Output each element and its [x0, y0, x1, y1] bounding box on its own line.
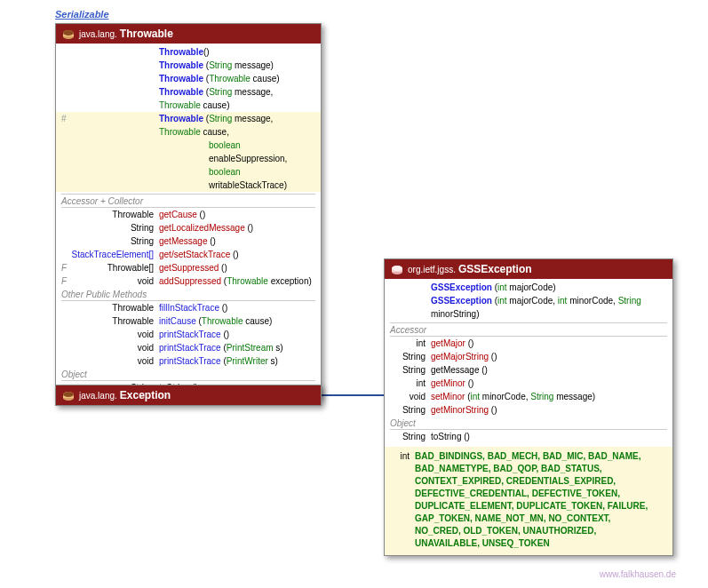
- class-box-throwable: java.lang. Throwable Throwable() Throwab…: [55, 23, 322, 399]
- constructor-row-cont: boolean writableStackTrace): [61, 165, 315, 192]
- method-row: ThrowablegetCause (): [61, 208, 315, 221]
- method-row: StringgetMessage (): [390, 363, 667, 377]
- method-row: ThrowableinitCause (Throwable cause): [61, 314, 315, 328]
- attribution-link[interactable]: www.falkhausen.de: [600, 569, 676, 579]
- method-row: voidprintStackTrace (): [61, 328, 315, 341]
- class-name: GSSException: [458, 263, 532, 275]
- class-name: Throwable: [120, 28, 173, 40]
- method-row: voidprintStackTrace (PrintWriter s): [61, 354, 315, 368]
- class-header: java.lang. Throwable: [56, 24, 321, 44]
- class-name: Exception: [120, 389, 171, 401]
- constructor-row: Throwable (String message, Throwable cau…: [61, 85, 315, 112]
- serializable-interface-link[interactable]: Serializable: [55, 9, 109, 20]
- class-icon: [61, 28, 76, 40]
- method-row: voidsetMinor (int minorCode, String mess…: [390, 390, 667, 403]
- class-body: GSSException (int majorCode) GSSExceptio…: [385, 279, 672, 555]
- method-row: StringgetMajorString (): [390, 350, 667, 363]
- constructor-row: Throwable (String message): [61, 59, 315, 72]
- method-row: intgetMajor (): [390, 337, 667, 350]
- class-box-exception: java.lang. Exception: [55, 385, 322, 406]
- constructor-row: Throwable (Throwable cause): [61, 72, 315, 85]
- method-row: StringgetLocalizedMessage (): [61, 221, 315, 234]
- class-icon: [390, 263, 404, 275]
- constructor-row: Throwable(): [61, 45, 315, 59]
- svg-point-3: [63, 392, 74, 397]
- method-row: ThrowablefillInStackTrace (): [61, 301, 315, 314]
- constructor-row: GSSException (int majorCode, int minorCo…: [390, 294, 667, 321]
- constructor-row-cont: boolean enableSuppression,: [61, 139, 315, 165]
- constructor-row-protected: #Throwable (String message, Throwable ca…: [61, 112, 315, 139]
- svg-point-1: [63, 30, 74, 36]
- method-row: StackTraceElement[]get/setStackTrace (): [61, 248, 315, 261]
- inheritance-connector: [322, 394, 384, 396]
- class-icon: [61, 389, 76, 401]
- section-label: Object: [390, 418, 667, 430]
- method-row: FvoidaddSuppressed (Throwable exception): [61, 274, 315, 288]
- constructor-row: GSSException (int majorCode): [390, 281, 667, 294]
- method-row: StringtoString (): [390, 430, 667, 443]
- section-label: Accessor + Collector: [61, 196, 315, 208]
- method-row: StringgetMessage (): [61, 234, 315, 248]
- class-header: java.lang. Exception: [56, 385, 321, 405]
- package-name: java.lang.: [79, 391, 117, 401]
- constants-block: intBAD_BINDINGS, BAD_MECH, BAD_MIC, BAD_…: [385, 447, 672, 555]
- section-label: Other Public Methods: [61, 290, 315, 301]
- method-row: StringgetMinorString (): [390, 403, 667, 417]
- method-row: voidprintStackTrace (PrintStream s): [61, 341, 315, 354]
- class-body: Throwable() Throwable (String message) T…: [56, 44, 321, 398]
- class-header: org.ietf.jgss. GSSException: [385, 259, 672, 279]
- section-label: Accessor: [390, 325, 667, 337]
- method-row: intgetMinor (): [390, 377, 667, 390]
- class-box-gssexception: org.ietf.jgss. GSSException GSSException…: [384, 258, 673, 556]
- package-name: java.lang.: [79, 29, 117, 39]
- package-name: org.ietf.jgss.: [408, 265, 456, 274]
- method-row: FThrowable[]getSuppressed (): [61, 261, 315, 274]
- svg-point-5: [392, 266, 402, 271]
- section-label: Object: [61, 369, 315, 381]
